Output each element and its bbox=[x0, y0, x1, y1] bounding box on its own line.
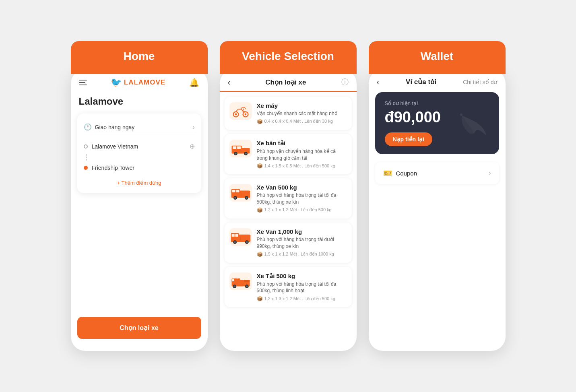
wallet-title: Ví của tôi bbox=[406, 78, 436, 86]
vs-back-button[interactable]: ‹ bbox=[228, 78, 231, 87]
dims-text: 1.4 x 1.5 x 0.5 Mét . Lên đến 500 kg bbox=[264, 163, 335, 169]
svg-rect-20 bbox=[241, 193, 241, 196]
coupon-left: 🎫 Coupon bbox=[383, 169, 417, 177]
vehicle-item[interactable]: Xe Van 500 kg Phù hợp với hàng hóa trọng… bbox=[225, 178, 352, 219]
svg-point-2 bbox=[235, 113, 237, 116]
vehicle-item[interactable]: Xe Van 1,000 kg Phù hợp với hàng hóa trọ… bbox=[225, 223, 352, 263]
svg-point-26 bbox=[234, 241, 236, 243]
origin-text: Lalamove Vietnam bbox=[92, 143, 186, 150]
vehicle-dims: 📦 1.2 x 1.3 x 1.2 Mét . Lên đến 500 kg bbox=[257, 296, 347, 301]
delivery-text: Giao hàng ngay bbox=[95, 124, 135, 130]
logo-bird-icon: 🐦 bbox=[111, 77, 122, 88]
vehicle-screen-wrapper: Vehicle Selection ‹ Chọn loại xe ⓘ bbox=[220, 41, 357, 351]
svg-rect-29 bbox=[240, 237, 240, 241]
svg-point-37 bbox=[233, 285, 235, 287]
vehicle-item[interactable]: Xe Tải 500 kg Phù hợp với hàng hóa trọng… bbox=[225, 267, 352, 307]
vehicle-desc: Phù hợp vận chuyển hàng hóa kể cả trong … bbox=[257, 148, 347, 162]
dims-icon: 📦 bbox=[257, 207, 263, 213]
vehicle-image-truck500 bbox=[229, 272, 252, 290]
svg-rect-32 bbox=[232, 279, 234, 281]
wallet-header: Wallet bbox=[369, 41, 506, 74]
route-dashes bbox=[84, 153, 195, 161]
vs-title: Chọn loại xe bbox=[265, 78, 306, 87]
balance-label: Số dư hiện tại bbox=[385, 100, 489, 106]
svg-rect-6 bbox=[233, 146, 236, 149]
coupon-chevron-icon: › bbox=[489, 169, 491, 177]
svg-rect-23 bbox=[231, 234, 234, 237]
wallet-detail-link[interactable]: Chi tiết số dư bbox=[463, 79, 497, 85]
svg-rect-14 bbox=[232, 190, 235, 192]
topup-button[interactable]: Nạp tiền lại bbox=[385, 132, 432, 146]
vehicle-desc: Vận chuyển nhanh các mặt hàng nhỏ bbox=[257, 110, 347, 117]
vehicle-info: Xe Tải 500 kg Phù hợp với hàng hóa trọng… bbox=[257, 272, 347, 302]
location-section: Lalamove Vietnam ⊕ bbox=[84, 135, 195, 176]
svg-point-39 bbox=[246, 285, 248, 287]
home-screen-wrapper: Home 🐦 LALAMOVE 🔔 Lalamove bbox=[71, 41, 208, 351]
vehicle-item[interactable]: Xe máy Vận chuyển nhanh các mặt hàng nhỏ… bbox=[225, 97, 352, 130]
home-greeting: Lalamove bbox=[71, 92, 208, 113]
origin-row: Lalamove Vietnam ⊕ bbox=[84, 139, 195, 153]
truck500-svg bbox=[230, 274, 252, 289]
target-icon[interactable]: ⊕ bbox=[190, 142, 195, 150]
van1000-svg bbox=[230, 229, 252, 245]
home-bottom-area: Chọn loại xe bbox=[71, 309, 208, 351]
svg-point-40 bbox=[460, 113, 462, 116]
vehicle-desc: Phù hợp với hàng hóa trọng tải tối đa 50… bbox=[257, 192, 347, 206]
svg-marker-33 bbox=[237, 278, 239, 280]
clock-icon: 🕐 bbox=[84, 123, 92, 131]
wallet-screen-wrapper: Wallet ‹ Ví của tôi Chi tiết số dư Số dư… bbox=[369, 41, 506, 351]
wallet-phone-frame: ‹ Ví của tôi Chi tiết số dư Số dư hiện t… bbox=[369, 69, 506, 351]
vehicle-name: Xe bán tải bbox=[257, 140, 347, 147]
vehicle-info: Xe bán tải Phù hợp vận chuyển hàng hóa k… bbox=[257, 140, 347, 169]
wallet-back-button[interactable]: ‹ bbox=[377, 77, 380, 87]
vehicle-name: Xe Tải 500 kg bbox=[257, 272, 347, 280]
van500-svg bbox=[230, 185, 252, 200]
svg-point-11 bbox=[245, 153, 247, 155]
svg-point-3 bbox=[244, 113, 246, 116]
dims-text: 1.9 x 1 x 1.2 Mét . Lên đến 1000 kg bbox=[264, 252, 334, 257]
vs-info-icon[interactable]: ⓘ bbox=[341, 77, 349, 87]
vehicle-desc: Phù hợp với hàng hóa trọng tải dưới 990k… bbox=[257, 236, 347, 250]
home-content: 🐦 LALAMOVE 🔔 Lalamove 🕐 Giao hàng ngay › bbox=[71, 69, 208, 270]
select-vehicle-button[interactable]: Chọn loại xe bbox=[77, 317, 201, 339]
vehicle-dims: 📦 1.2 x 1 x 1.2 Mét . Lên đến 500 kg bbox=[257, 207, 347, 213]
svg-point-19 bbox=[246, 197, 248, 199]
dims-icon: 📦 bbox=[257, 119, 263, 124]
vehicle-desc: Phù hợp với hàng hóa trọng tải tối đa 50… bbox=[257, 281, 347, 295]
vehicle-item[interactable]: Xe bán tải Phù hợp vận chuyển hàng hóa k… bbox=[225, 134, 352, 175]
logo-text: LALAMOVE bbox=[124, 78, 165, 87]
dashes-icon bbox=[85, 154, 87, 161]
delivery-label: 🕐 Giao hàng ngay bbox=[84, 123, 135, 131]
svg-point-9 bbox=[235, 153, 237, 155]
vehicle-phone-frame: ‹ Chọn loại xe ⓘ bbox=[220, 69, 357, 351]
svg-rect-7 bbox=[237, 146, 241, 149]
motorbike-svg bbox=[231, 104, 250, 118]
route-card: 🕐 Giao hàng ngay › Lalamove Vietnam ⊕ bbox=[77, 113, 201, 193]
coupon-row[interactable]: 🎫 Coupon › bbox=[375, 162, 499, 184]
vehicle-image-van1000 bbox=[229, 228, 252, 246]
delivery-chevron-icon: › bbox=[192, 124, 194, 131]
origin-dot-icon bbox=[84, 144, 88, 149]
bird-decoration-svg bbox=[454, 111, 494, 144]
delivery-row[interactable]: 🕐 Giao hàng ngay › bbox=[84, 119, 195, 135]
destination-dot-icon bbox=[84, 166, 88, 170]
dims-icon: 📦 bbox=[257, 296, 263, 301]
svg-rect-15 bbox=[236, 190, 239, 192]
vehicle-image-motorbike bbox=[229, 102, 252, 120]
dims-icon: 📦 bbox=[257, 163, 263, 169]
vehicle-list: Xe máy Vận chuyển nhanh các mặt hàng nhỏ… bbox=[220, 93, 357, 314]
dims-text: 0.4 x 0.4 x 0.4 Mét . Lên đến 30 kg bbox=[264, 119, 333, 124]
destination-text: Friendship Tower bbox=[92, 165, 195, 171]
svg-point-28 bbox=[246, 241, 248, 243]
screens-container: Home 🐦 LALAMOVE 🔔 Lalamove bbox=[71, 41, 506, 351]
vehicle-image-pickup bbox=[229, 140, 252, 157]
notification-icon[interactable]: 🔔 bbox=[189, 78, 199, 87]
menu-icon[interactable] bbox=[79, 80, 87, 85]
add-stop-button[interactable]: + Thêm điểm dừng bbox=[84, 176, 195, 188]
home-phone-frame: 🐦 LALAMOVE 🔔 Lalamove 🕐 Giao hàng ngay › bbox=[71, 69, 208, 351]
vehicle-header: Vehicle Selection bbox=[220, 41, 357, 74]
home-logo: 🐦 LALAMOVE bbox=[111, 77, 165, 88]
vehicle-name: Xe Van 1,000 kg bbox=[257, 228, 347, 235]
svg-rect-35 bbox=[244, 280, 250, 282]
wallet-bird-icon bbox=[454, 111, 494, 150]
